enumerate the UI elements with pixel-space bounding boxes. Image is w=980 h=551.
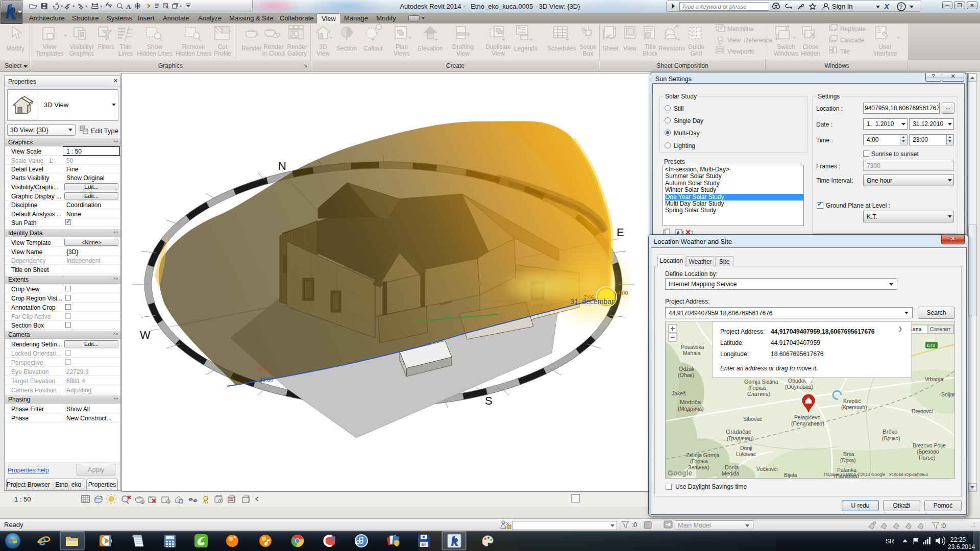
svg-text:(Oћак): (Oћак) bbox=[678, 372, 694, 378]
svg-text:(Брчко): (Брчко) bbox=[882, 435, 900, 441]
svg-text:Sign In: Sign In bbox=[832, 3, 852, 10]
svg-text:Drenovci: Drenovci bbox=[912, 408, 933, 414]
svg-text:Latitude:: Latitude: bbox=[720, 339, 744, 346]
svg-text:Pelagićevo: Pelagićevo bbox=[794, 414, 821, 420]
svg-text:18.6067695617676: 18.6067695617676 bbox=[771, 350, 824, 358]
svg-text:23.6.2014: 23.6.2014 bbox=[948, 543, 975, 550]
svg-text:E: E bbox=[617, 226, 624, 239]
svg-text:Mediđa: Mediđa bbox=[722, 470, 740, 477]
svg-text:Longitude:: Longitude: bbox=[720, 350, 749, 358]
svg-text:Enter an address or drag to mo: Enter an address or drag to move it. bbox=[720, 365, 818, 372]
svg-text:Mahala: Mahala bbox=[683, 350, 701, 356]
svg-text:9: 9 bbox=[167, 500, 169, 504]
svg-text:Gornja Slatina: Gornja Slatina bbox=[744, 379, 778, 385]
svg-text:Слатина): Слатина) bbox=[747, 391, 770, 397]
svg-text:44,917049407959,18,60676956176: 44,917049407959,18,6067695617676 bbox=[771, 328, 875, 335]
svg-text:Google: Google bbox=[668, 469, 692, 477]
svg-text:Posavska: Posavska bbox=[681, 344, 704, 350]
svg-text:Gradačac: Gradačac bbox=[726, 429, 751, 435]
svg-text:(Модрича): (Модрича) bbox=[678, 406, 704, 412]
svg-text:(Пелагићево): (Пелагићево) bbox=[791, 420, 824, 427]
svg-text:23:00: 23:00 bbox=[259, 377, 274, 383]
svg-text:W: W bbox=[140, 329, 151, 341]
svg-text:(Крепшић): (Крепшић) bbox=[841, 404, 867, 410]
svg-text:E70: E70 bbox=[927, 343, 935, 348]
svg-text:S: S bbox=[485, 394, 493, 407]
svg-text:Donja: Donja bbox=[725, 464, 739, 470]
svg-text:Подаци за мапе ©2014 Google: Подаци за мапе ©2014 Google Услови кориш… bbox=[824, 472, 928, 477]
svg-text:SR: SR bbox=[886, 538, 894, 545]
svg-text:(Брка): (Брка) bbox=[840, 457, 855, 463]
svg-text:X: X bbox=[884, 2, 890, 11]
svg-text:(Градачац): (Градачац) bbox=[727, 435, 754, 441]
svg-text:16:12: 16:12 bbox=[257, 366, 271, 372]
svg-text:9: 9 bbox=[141, 500, 143, 504]
svg-text:22:25: 22:25 bbox=[950, 536, 966, 543]
svg-text:Zelinja Gornja: Zelinja Gornja bbox=[686, 452, 720, 458]
svg-text:Sibovac: Sibovac bbox=[743, 416, 762, 422]
svg-text:e: e bbox=[39, 533, 46, 548]
svg-text:(Горња: (Горња bbox=[690, 458, 708, 464]
svg-text:Brčko: Brčko bbox=[883, 429, 897, 435]
svg-text:Поље): Поље) bbox=[919, 455, 935, 461]
svg-text:Lukavac: Lukavac bbox=[736, 451, 756, 457]
svg-text:(Горња: (Горња bbox=[748, 385, 766, 391]
svg-text:Brezovo Polje: Brezovo Polje bbox=[913, 442, 946, 448]
svg-text:Modriča: Modriča bbox=[680, 399, 701, 405]
svg-text:Brka: Brka bbox=[843, 451, 854, 457]
svg-text:Krepšić: Krepšić bbox=[843, 398, 861, 404]
svg-text:Jakeš: Jakeš bbox=[672, 390, 685, 396]
svg-text:Сателит: Сателит bbox=[930, 326, 950, 332]
svg-text:Odžak: Odžak bbox=[679, 366, 695, 372]
svg-text:❯: ❯ bbox=[898, 325, 902, 332]
svg-text:-64: -64 bbox=[421, 543, 426, 546]
svg-text:A: A bbox=[126, 3, 131, 10]
svg-text:Bijela: Bijela bbox=[784, 472, 797, 478]
svg-text:Vučkovci: Vučkovci bbox=[756, 466, 778, 472]
svg-text:Project Address:: Project Address: bbox=[720, 328, 765, 335]
svg-text:Vrbanja: Vrbanja bbox=[925, 376, 943, 382]
svg-text:31. decembar: 31. decembar bbox=[570, 297, 614, 306]
svg-text:44.917049407959: 44.917049407959 bbox=[771, 339, 820, 346]
svg-text::0: :0 bbox=[941, 522, 946, 530]
svg-text:Soljani: Soljani bbox=[941, 391, 955, 397]
svg-text:Donji: Donji bbox=[740, 445, 752, 451]
svg-text:?: ? bbox=[899, 4, 902, 10]
svg-text:(Брезово: (Брезово bbox=[917, 448, 939, 455]
svg-text:4:00: 4:00 bbox=[617, 290, 628, 296]
svg-text:N: N bbox=[278, 160, 286, 172]
